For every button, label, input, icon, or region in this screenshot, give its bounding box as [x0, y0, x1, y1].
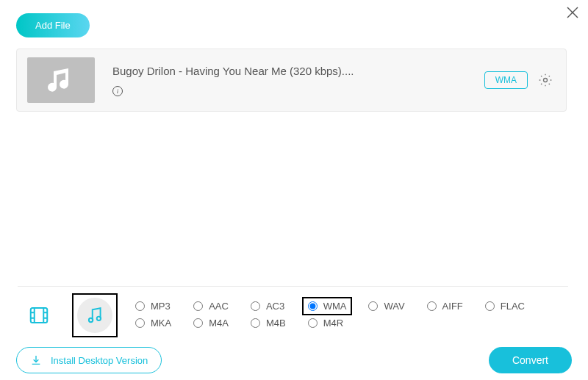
format-option-m4b[interactable]: M4B — [251, 318, 286, 329]
divider — [18, 286, 568, 287]
footer: Install Desktop Version Convert — [16, 347, 572, 373]
format-option-flac[interactable]: FLAC — [485, 301, 525, 312]
music-icon — [77, 298, 112, 333]
svg-point-10 — [89, 318, 93, 322]
close-button[interactable] — [566, 6, 579, 19]
format-selector-bar: MP3 AAC AC3 WMA WAV AIFF FLAC MKA M4A M4… — [24, 287, 567, 337]
download-icon — [30, 354, 42, 366]
format-option-wav[interactable]: WAV — [368, 301, 404, 312]
convert-button[interactable]: Convert — [489, 347, 572, 373]
format-option-m4a[interactable]: M4A — [193, 318, 229, 329]
video-tab[interactable] — [24, 300, 54, 331]
audio-tab[interactable] — [72, 293, 118, 337]
svg-rect-3 — [31, 308, 48, 323]
svg-point-11 — [97, 317, 101, 320]
format-option-mp3[interactable]: MP3 — [135, 301, 171, 312]
format-option-aiff[interactable]: AIFF — [427, 301, 463, 312]
file-card: Bugoy Drilon - Having You Near Me (320 k… — [16, 49, 567, 112]
gear-icon[interactable] — [538, 73, 553, 87]
file-thumbnail — [27, 57, 95, 103]
format-option-wma[interactable]: WMA — [302, 297, 353, 315]
file-title: Bugoy Drilon - Having You Near Me (320 k… — [112, 65, 484, 77]
add-file-button[interactable]: Add File — [16, 13, 90, 37]
format-option-mka[interactable]: MKA — [135, 318, 171, 329]
svg-point-2 — [544, 79, 548, 82]
info-icon[interactable]: i — [112, 86, 123, 96]
formats-grid: MP3 AAC AC3 WMA WAV AIFF FLAC MKA M4A M4… — [135, 301, 525, 329]
format-badge[interactable]: WMA — [484, 71, 528, 89]
install-desktop-button[interactable]: Install Desktop Version — [16, 347, 162, 373]
file-info: Bugoy Drilon - Having You Near Me (320 k… — [112, 65, 484, 96]
format-option-aac[interactable]: AAC — [193, 301, 229, 312]
format-option-m4r[interactable]: M4R — [308, 318, 347, 329]
format-option-ac3[interactable]: AC3 — [251, 301, 286, 312]
